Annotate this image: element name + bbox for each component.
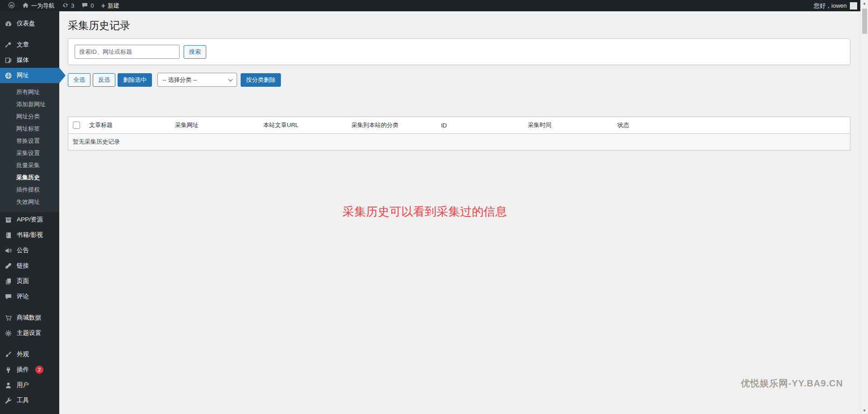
column-header-title: 文章标题: [85, 117, 171, 134]
sidebar-item-label: 商城数据: [17, 314, 41, 322]
sidebar-item-users[interactable]: 用户: [0, 377, 59, 393]
gear-icon: [4, 329, 13, 337]
sidebar-item-links[interactable]: 链接: [0, 258, 59, 273]
column-header-category: 采集到本站的分类: [347, 117, 436, 134]
urls-submenu: 所有网址 添加新网址 网址分类 网址标签 替换设置 采集设置 批量采集 采集历史…: [0, 83, 59, 212]
column-header-time: 采集时间: [523, 117, 613, 134]
sidebar-item-shop-data[interactable]: 商城数据: [0, 310, 59, 325]
sidebar-item-books-video[interactable]: 书籍/影视: [0, 227, 59, 243]
select-all-checkbox[interactable]: [73, 122, 80, 129]
submenu-item-plugin-license[interactable]: 插件授权: [0, 183, 59, 196]
user-icon: [4, 381, 13, 389]
sidebar-item-pages[interactable]: 页面: [0, 273, 59, 289]
sidebar-item-label: 媒体: [17, 56, 29, 64]
sidebar-item-app-resources[interactable]: APP/资源: [0, 212, 59, 227]
category-select[interactable]: -- 选择分类 --: [157, 73, 237, 87]
dashboard-icon: [4, 20, 13, 28]
scrollbar-thumb[interactable]: [862, 9, 867, 34]
plugin-icon: [4, 366, 13, 374]
globe-icon: [4, 72, 13, 80]
sidebar-item-media[interactable]: 媒体: [0, 52, 59, 68]
wrench-icon: [4, 397, 13, 405]
sidebar-item-comments[interactable]: 评论: [0, 289, 59, 304]
sidebar-item-urls[interactable]: 网址: [0, 68, 59, 83]
avatar[interactable]: [850, 2, 857, 9]
brush-icon: [4, 351, 13, 358]
media-icon: [4, 56, 13, 64]
sidebar-item-label: 仪表盘: [17, 19, 35, 28]
search-input[interactable]: [75, 45, 180, 59]
column-header-id: ID: [436, 117, 523, 134]
update-icon: [62, 2, 69, 10]
vertical-scrollbar[interactable]: ▲ ▼: [860, 0, 868, 414]
submenu-item-dead-urls[interactable]: 失效网址: [0, 196, 59, 208]
sidebar-item-label: 主题设置: [17, 329, 41, 337]
comments-button[interactable]: 0: [78, 0, 97, 11]
sidebar-item-dashboard[interactable]: 仪表盘: [0, 16, 59, 31]
table-empty-row: 暂无采集历史记录: [68, 134, 850, 151]
scroll-down-arrow[interactable]: ▼: [863, 407, 866, 414]
submenu-item-collect-settings[interactable]: 采集设置: [0, 147, 59, 159]
delete-by-category-button[interactable]: 按分类删除: [241, 73, 281, 87]
submenu-item-all-urls[interactable]: 所有网址: [0, 86, 59, 98]
table-header-row: 文章标题 采集网址 本站文章URL 采集到本站的分类 ID 采集时间 状态: [68, 117, 850, 134]
main-content: 采集历史记录 搜索 全选 反选 删除选中 -- 选择分类 -- 按分类删除 文章…: [59, 11, 860, 414]
comment-icon: [4, 293, 13, 301]
annotation-text: 采集历史可以看到采集过的信息: [33, 204, 816, 220]
page-title: 采集历史记录: [68, 14, 850, 38]
wordpress-logo[interactable]: W: [5, 0, 19, 11]
submenu-item-url-categories[interactable]: 网址分类: [0, 110, 59, 122]
scroll-up-arrow[interactable]: ▲: [863, 0, 866, 7]
sidebar-item-appearance[interactable]: 外观: [0, 347, 59, 362]
admin-bar: W 一为导航 3 0 + 新建 您好，iowen: [0, 0, 868, 11]
comments-icon: [81, 2, 88, 10]
plus-icon: +: [101, 2, 105, 9]
site-link[interactable]: 一为导航: [19, 0, 58, 11]
comment-count: 0: [90, 2, 94, 9]
column-header-status: 状态: [613, 117, 850, 134]
sidebar-item-posts[interactable]: 文章: [0, 37, 59, 52]
new-content-button[interactable]: + 新建: [97, 0, 123, 11]
new-content-label: 新建: [108, 2, 119, 10]
archive-icon: [4, 216, 13, 224]
user-greeting[interactable]: 您好，iowen: [814, 2, 847, 10]
site-name: 一为导航: [31, 2, 55, 10]
submenu-item-collect-history[interactable]: 采集历史: [0, 171, 59, 183]
select-all-button[interactable]: 全选: [68, 73, 90, 87]
search-panel: 搜索: [68, 38, 850, 65]
history-table: 文章标题 采集网址 本站文章URL 采集到本站的分类 ID 采集时间 状态 暂无…: [68, 117, 850, 151]
invert-selection-button[interactable]: 反选: [93, 73, 115, 87]
plugins-update-badge: 2: [35, 366, 43, 374]
sidebar-item-label: 页面: [17, 277, 29, 285]
delete-selected-button[interactable]: 删除选中: [118, 73, 152, 87]
sidebar-item-label: 公告: [17, 246, 29, 254]
watermark-text: 优悦娱乐网-YY.BA9.CN: [741, 377, 843, 390]
sidebar-item-announcements[interactable]: 公告: [0, 243, 59, 258]
submenu-item-replace-settings[interactable]: 替换设置: [0, 135, 59, 147]
sidebar-item-label: 用户: [17, 381, 29, 389]
sidebar-item-label: 外观: [17, 350, 29, 358]
sidebar-item-theme-settings[interactable]: 主题设置: [0, 325, 59, 341]
sidebar-item-tools[interactable]: 工具: [0, 393, 59, 408]
pages-icon: [4, 278, 13, 285]
updates-button[interactable]: 3: [58, 0, 78, 11]
update-count: 3: [71, 2, 74, 9]
submenu-item-url-tags[interactable]: 网址标签: [0, 122, 59, 135]
sidebar-item-label: 网址: [17, 71, 29, 80]
search-button[interactable]: 搜索: [184, 45, 206, 59]
sidebar-item-label: APP/资源: [17, 216, 43, 224]
column-header-source-url: 采集网址: [171, 117, 259, 134]
megaphone-icon: [4, 247, 13, 254]
pushpin-icon: [4, 41, 13, 49]
svg-text:W: W: [10, 3, 14, 7]
submenu-item-batch-collect[interactable]: 批量采集: [0, 159, 59, 171]
submenu-item-add-url[interactable]: 添加新网址: [0, 98, 59, 110]
sidebar-item-label: 工具: [17, 396, 29, 405]
chevron-down-icon: [228, 77, 233, 81]
sidebar-item-plugins[interactable]: 插件 2: [0, 362, 59, 377]
home-icon: [22, 2, 29, 10]
wordpress-logo-icon: W: [8, 2, 15, 10]
sidebar-item-label: 文章: [17, 41, 29, 49]
sidebar-item-label: 评论: [17, 292, 29, 301]
cart-icon: [4, 314, 13, 322]
